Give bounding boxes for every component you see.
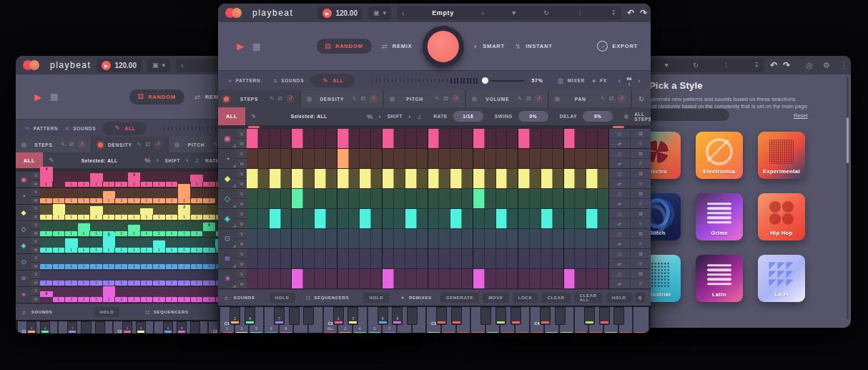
piano-key-black[interactable] xyxy=(613,307,624,325)
strip-segment[interactable]: 1 xyxy=(153,215,165,220)
shuffle-icon[interactable]: ⇄ xyxy=(609,219,630,228)
step-cell[interactable] xyxy=(496,149,508,168)
step-cell[interactable] xyxy=(428,149,440,168)
clear-all-button[interactable]: CLEAR ALL xyxy=(574,293,603,303)
pencil-icon[interactable]: ✎ xyxy=(214,142,218,147)
strip-segment[interactable]: 1 xyxy=(191,248,203,253)
step-cell[interactable] xyxy=(507,129,518,148)
step-cell[interactable] xyxy=(496,229,508,248)
step-cell[interactable] xyxy=(383,269,394,288)
preset-prev-button[interactable]: ‹ xyxy=(181,62,183,69)
mute-button[interactable]: M xyxy=(31,246,40,254)
piano-key-black[interactable]: 2 xyxy=(26,321,36,334)
strip-segment[interactable]: 1 xyxy=(115,297,127,302)
complexity-thumb[interactable] xyxy=(482,77,488,84)
hold-remixes-button[interactable]: HOLD xyxy=(606,293,632,303)
step-cell[interactable] xyxy=(303,149,315,168)
reset-icon[interactable]: ↺ xyxy=(154,141,162,148)
step-cell[interactable] xyxy=(530,129,541,148)
step-cell[interactable] xyxy=(575,129,586,148)
strip-segment[interactable]: 1 xyxy=(40,215,52,220)
step-cell[interactable] xyxy=(371,149,383,168)
step-cell[interactable] xyxy=(518,189,530,208)
random-button[interactable]: ⚄ RANDOM xyxy=(129,89,184,104)
mute-button[interactable]: M xyxy=(31,296,40,303)
step-cell[interactable] xyxy=(564,229,576,248)
step-cell[interactable] xyxy=(518,149,530,168)
gridpts-icon[interactable]: ⠿ xyxy=(631,179,651,188)
strip-segment[interactable]: 1 xyxy=(178,198,190,203)
step-cell[interactable] xyxy=(473,269,485,288)
step-cell[interactable] xyxy=(281,149,292,168)
strip-segment[interactable]: 1 xyxy=(65,198,77,203)
step-cell[interactable] xyxy=(337,209,349,228)
step-cell[interactable] xyxy=(541,189,553,208)
accent-cell[interactable] xyxy=(90,173,103,182)
gridpts-icon[interactable]: ⠿ xyxy=(631,199,651,208)
swing-value[interactable]: 0% xyxy=(518,111,548,122)
strip-segment[interactable]: 1 xyxy=(191,264,203,269)
strip-segment[interactable]: 1 xyxy=(103,215,115,220)
step-cell[interactable] xyxy=(281,169,292,188)
piano-key-black[interactable]: 6 xyxy=(378,307,388,325)
strip-segment[interactable]: 1 xyxy=(141,248,153,253)
step-cell[interactable] xyxy=(428,209,440,228)
step-cell[interactable] xyxy=(518,229,530,248)
die-icon[interactable]: ⚄ xyxy=(631,129,651,138)
wave-icon[interactable]: ≋ xyxy=(16,271,31,286)
step-cell[interactable] xyxy=(417,129,428,148)
strip-segment[interactable]: 1 xyxy=(53,215,65,220)
gridpts-icon[interactable]: ⠿ xyxy=(631,219,651,228)
step-cell[interactable] xyxy=(473,249,485,268)
strip-segment[interactable]: 1 xyxy=(40,182,52,187)
reset-icon[interactable]: ↺ xyxy=(287,95,294,102)
step-cell[interactable] xyxy=(349,269,360,288)
export-button[interactable]: → EXPORT xyxy=(597,41,638,52)
step-cell[interactable] xyxy=(428,229,440,248)
accent-cell[interactable]: 3 xyxy=(128,172,141,182)
solo-button[interactable]: S xyxy=(31,221,40,230)
step-cell[interactable] xyxy=(326,129,337,148)
step-cell[interactable] xyxy=(247,129,258,148)
style-tile-grime[interactable]: Grime xyxy=(696,193,743,240)
piano-key-black[interactable]: 4 xyxy=(245,307,255,325)
step-cell[interactable] xyxy=(450,209,462,228)
accent-cell[interactable]: 6 xyxy=(203,223,216,231)
strip-segment[interactable]: 1 xyxy=(166,198,178,203)
preset-next-button[interactable]: › xyxy=(482,9,484,17)
step-cell[interactable] xyxy=(473,189,485,208)
step-cell[interactable] xyxy=(383,149,394,168)
step-cell[interactable] xyxy=(541,249,553,268)
mute-button[interactable]: M xyxy=(237,139,247,148)
param-tab-pitch[interactable]: PITCH✎⚂↺ xyxy=(384,90,465,107)
strip-segment[interactable]: 1 xyxy=(141,281,153,286)
step-cell[interactable] xyxy=(530,169,541,188)
track-all-tab[interactable]: ALL xyxy=(218,107,245,125)
strip-segment[interactable]: 1 xyxy=(128,297,140,302)
strip-segment[interactable]: 1 xyxy=(203,215,215,220)
step-cell[interactable] xyxy=(417,189,428,208)
piano-key-black[interactable] xyxy=(289,307,300,325)
step-cell[interactable] xyxy=(394,169,405,188)
step-cell[interactable] xyxy=(530,189,541,208)
sync-icon[interactable]: ↻ xyxy=(543,9,549,16)
notes-icon[interactable]: ♫ xyxy=(417,113,422,120)
step-cell[interactable] xyxy=(337,189,349,208)
piano-key-black[interactable] xyxy=(540,307,551,325)
step-cell[interactable] xyxy=(394,249,405,268)
step-cell[interactable] xyxy=(360,149,371,168)
strip-segment[interactable]: 1 xyxy=(90,182,102,187)
step-cell[interactable] xyxy=(394,149,405,168)
step-cell[interactable] xyxy=(281,249,292,268)
solo-button[interactable]: S xyxy=(31,188,40,197)
step-cell[interactable] xyxy=(586,269,598,288)
step-cell[interactable] xyxy=(450,249,462,268)
step-cell[interactable] xyxy=(575,269,586,288)
instant-button[interactable]: ↯ INSTANT xyxy=(515,42,553,50)
strip-segment[interactable]: 1 xyxy=(203,264,215,269)
solo-button[interactable]: S xyxy=(31,238,40,246)
shuffle-icon[interactable]: ⇄ xyxy=(609,139,630,148)
step-cell[interactable] xyxy=(349,129,360,148)
shift-left-button[interactable]: ‹ xyxy=(157,157,159,164)
strip-segment[interactable]: 1 xyxy=(115,182,127,187)
